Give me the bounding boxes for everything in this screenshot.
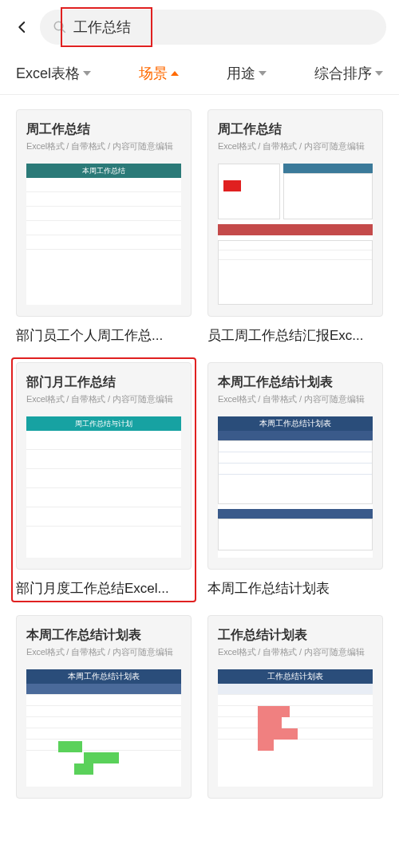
table-header-bar: 本周工作总结 <box>26 164 181 178</box>
template-caption: 部门月度工作总结Excel... <box>16 579 192 598</box>
thumb-subtitle: Excel格式 / 自带格式 / 内容可随意编辑 <box>218 646 373 658</box>
template-card[interactable]: 工作总结计划表 Excel格式 / 自带格式 / 内容可随意编辑 工作总结计划表 <box>207 615 383 799</box>
chevron-up-icon <box>171 71 179 76</box>
template-grid: 周工作总结 Excel格式 / 自带格式 / 内容可随意编辑 本周工作总结 部门… <box>0 95 399 813</box>
template-card[interactable]: 本周工作总结计划表 Excel格式 / 自带格式 / 内容可随意编辑 本周工作总… <box>16 615 192 799</box>
template-card[interactable]: 本周工作总结计划表 Excel格式 / 自带格式 / 内容可随意编辑 本周工作总… <box>207 362 383 598</box>
table-header-bar: 本周工作总结计划表 <box>26 669 181 684</box>
search-bar[interactable]: 工作总结 <box>40 10 386 45</box>
filter-label: Excel表格 <box>16 64 80 83</box>
thumb-title: 周工作总结 <box>26 121 181 138</box>
thumb-subtitle: Excel格式 / 自带格式 / 内容可随意编辑 <box>26 646 181 658</box>
filter-bar: Excel表格 场景 用途 综合排序 <box>0 62 399 95</box>
template-caption: 员工周工作总结汇报Exc... <box>207 326 383 345</box>
table-header-bar: 周工作总结与计划 <box>26 416 181 431</box>
template-thumbnail: 部门月工作总结 Excel格式 / 自带格式 / 内容可随意编辑 周工作总结与计… <box>16 362 192 570</box>
thumb-title: 工作总结计划表 <box>218 627 373 644</box>
filter-scene[interactable]: 场景 <box>139 64 179 83</box>
template-thumbnail: 工作总结计划表 Excel格式 / 自带格式 / 内容可随意编辑 工作总结计划表 <box>207 615 383 799</box>
header: 工作总结 <box>0 0 399 62</box>
back-button[interactable] <box>13 18 32 37</box>
thumb-preview: 本周工作总结计划表 <box>218 416 373 558</box>
filter-label: 用途 <box>227 64 255 83</box>
thumb-subtitle: Excel格式 / 自带格式 / 内容可随意编辑 <box>26 393 181 405</box>
thumb-subtitle: Excel格式 / 自带格式 / 内容可随意编辑 <box>26 140 181 152</box>
chevron-down-icon <box>259 71 267 76</box>
template-thumbnail: 本周工作总结计划表 Excel格式 / 自带格式 / 内容可随意编辑 本周工作总… <box>16 615 192 799</box>
thumb-preview: 本周工作总结计划表 <box>26 669 181 787</box>
thumb-title: 本周工作总结计划表 <box>218 374 373 391</box>
thumb-preview <box>218 164 373 305</box>
thumb-subtitle: Excel格式 / 自带格式 / 内容可随意编辑 <box>218 140 373 152</box>
chevron-left-icon <box>15 20 30 34</box>
table-header-bar: 本周工作总结计划表 <box>218 416 373 431</box>
template-card[interactable]: 周工作总结 Excel格式 / 自带格式 / 内容可随意编辑 <box>207 109 383 345</box>
thumb-title: 本周工作总结计划表 <box>26 627 181 644</box>
template-card[interactable]: 周工作总结 Excel格式 / 自带格式 / 内容可随意编辑 本周工作总结 部门… <box>16 109 192 345</box>
filter-usage[interactable]: 用途 <box>227 64 267 83</box>
highlight-search <box>61 7 152 47</box>
template-caption: 本周工作总结计划表 <box>207 579 383 598</box>
template-thumbnail: 本周工作总结计划表 Excel格式 / 自带格式 / 内容可随意编辑 本周工作总… <box>207 362 383 570</box>
filter-sort[interactable]: 综合排序 <box>314 64 383 83</box>
filter-label: 场景 <box>139 64 168 83</box>
chevron-down-icon <box>375 71 383 76</box>
chevron-down-icon <box>83 71 91 76</box>
template-card-highlighted[interactable]: 部门月工作总结 Excel格式 / 自带格式 / 内容可随意编辑 周工作总结与计… <box>11 357 196 602</box>
thumb-title: 部门月工作总结 <box>26 374 181 391</box>
table-header-bar: 工作总结计划表 <box>218 669 373 684</box>
template-thumbnail: 周工作总结 Excel格式 / 自带格式 / 内容可随意编辑 <box>207 109 383 317</box>
filter-label: 综合排序 <box>314 64 372 83</box>
template-caption: 部门员工个人周工作总... <box>16 326 192 345</box>
thumb-preview: 本周工作总结 <box>26 164 181 305</box>
template-thumbnail: 周工作总结 Excel格式 / 自带格式 / 内容可随意编辑 本周工作总结 <box>16 109 192 317</box>
thumb-title: 周工作总结 <box>218 121 373 138</box>
thumb-subtitle: Excel格式 / 自带格式 / 内容可随意编辑 <box>218 393 373 405</box>
thumb-preview: 工作总结计划表 <box>218 669 373 787</box>
filter-excel[interactable]: Excel表格 <box>16 64 91 83</box>
thumb-preview: 周工作总结与计划 <box>26 416 181 558</box>
